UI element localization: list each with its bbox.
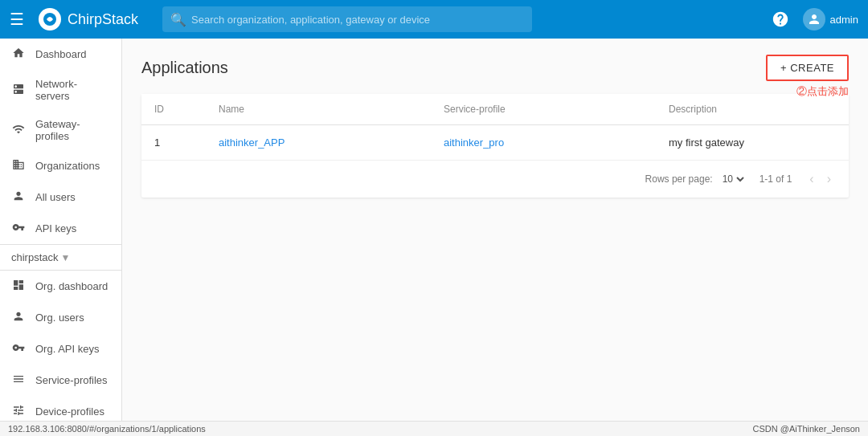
list-icon xyxy=(11,373,26,388)
rows-per-page-label: Rows per page: xyxy=(645,173,713,185)
org-user-icon xyxy=(11,310,26,325)
cell-id: 1 xyxy=(141,125,206,161)
sidebar-item-organizations[interactable]: Organizations xyxy=(0,150,121,181)
sidebar-label-api-keys: API keys xyxy=(35,222,76,234)
sidebar-item-service-profiles[interactable]: Service-profiles xyxy=(0,365,121,396)
cell-name: aithinker_APP xyxy=(206,125,431,161)
rows-per-page: Rows per page: 10 25 50 xyxy=(645,173,747,185)
sidebar-label-device-profiles: Device-profiles xyxy=(35,405,104,418)
org-key-icon xyxy=(11,341,26,357)
chevron-down-icon: ▼ xyxy=(61,252,111,263)
status-bar: 192.168.3.106:8080/#/organizations/1/app… xyxy=(0,421,868,436)
logo: ChirpStack xyxy=(39,8,138,31)
sidebar-label-org-api-keys: Org. API keys xyxy=(35,343,99,355)
sidebar-label-gateway-profiles: Gateway-profiles xyxy=(35,118,110,142)
person-icon xyxy=(11,189,26,205)
sidebar-label-org-users: Org. users xyxy=(35,312,84,324)
page-nav: ‹ › xyxy=(805,169,836,189)
col-header-id: ID xyxy=(141,94,206,125)
prev-page-button[interactable]: ‹ xyxy=(805,169,818,189)
tune-icon xyxy=(11,404,26,419)
sidebar-item-device-profiles[interactable]: Device-profiles xyxy=(0,396,121,421)
org-selector[interactable]: chirpstack ▼ xyxy=(0,244,121,271)
annotation-create: ②点击添加 xyxy=(796,84,849,99)
search-box[interactable]: 🔍 xyxy=(162,6,532,32)
menu-icon[interactable]: ☰ xyxy=(10,10,24,29)
sidebar: Dashboard Network-servers Gateway-profil… xyxy=(0,39,122,421)
sidebar-item-org-users[interactable]: Org. users xyxy=(0,302,121,333)
user-avatar-icon xyxy=(803,8,825,31)
cell-description: my first gateway xyxy=(656,125,849,161)
sidebar-label-network-servers: Network-servers xyxy=(35,78,110,102)
logo-icon xyxy=(39,8,61,31)
org-selector-label: chirpstack xyxy=(11,251,61,263)
sidebar-label-org-dashboard: Org. dashboard xyxy=(35,280,108,292)
user-label: admin xyxy=(830,14,858,26)
table-row: 1 aithinker_APP aithinker_pro my first g… xyxy=(141,125,849,161)
main-layout: Dashboard Network-servers Gateway-profil… xyxy=(0,39,868,421)
page-title: Applications xyxy=(141,59,228,77)
business-icon xyxy=(11,158,26,173)
sidebar-item-network-servers[interactable]: Network-servers xyxy=(0,70,121,110)
applications-table: ID Name Service-profile Description 1 ai… xyxy=(141,94,849,160)
user-menu[interactable]: admin xyxy=(803,8,858,31)
sidebar-label-organizations: Organizations xyxy=(35,160,100,172)
search-input[interactable] xyxy=(162,6,532,32)
sidebar-item-dashboard[interactable]: Dashboard xyxy=(0,39,121,70)
sidebar-label-dashboard: Dashboard xyxy=(35,48,87,60)
top-navigation: ☰ ChirpStack 🔍 admin xyxy=(0,0,868,39)
sidebar-item-all-users[interactable]: All users xyxy=(0,181,121,213)
search-icon: 🔍 xyxy=(170,12,186,27)
nav-right: admin xyxy=(768,6,858,32)
logo-text: ChirpStack xyxy=(68,11,138,28)
content-header: Applications + CREATE ②点击添加 xyxy=(141,55,849,81)
status-attribution: CSDN @AiThinker_Jenson xyxy=(753,424,860,434)
status-url: 192.168.3.106:8080/#/organizations/1/app… xyxy=(8,424,206,434)
main-content: Applications + CREATE ②点击添加 ID Name Serv… xyxy=(122,39,868,421)
sidebar-label-service-profiles: Service-profiles xyxy=(35,374,108,386)
table-header-row: ID Name Service-profile Description xyxy=(141,94,849,125)
cell-service-profile: aithinker_pro xyxy=(431,125,656,161)
page-info: 1-1 of 1 xyxy=(760,173,792,185)
sidebar-label-all-users: All users xyxy=(35,191,76,203)
rows-per-page-select[interactable]: 10 25 50 xyxy=(719,173,747,185)
create-button-wrapper: + CREATE ②点击添加 xyxy=(766,55,849,81)
help-button[interactable] xyxy=(768,6,793,32)
col-header-name: Name xyxy=(206,94,431,125)
sidebar-item-gateway-profiles[interactable]: Gateway-profiles xyxy=(0,110,121,150)
pagination: Rows per page: 10 25 50 1-1 of 1 ‹ › xyxy=(141,160,849,198)
sidebar-item-org-api-keys[interactable]: Org. API keys xyxy=(0,333,121,365)
service-profile-link[interactable]: aithinker_pro xyxy=(444,137,504,149)
applications-table-container: ID Name Service-profile Description 1 ai… xyxy=(141,94,849,198)
create-button[interactable]: + CREATE xyxy=(766,55,849,81)
key-icon xyxy=(11,221,26,236)
sidebar-item-org-dashboard[interactable]: Org. dashboard xyxy=(0,271,121,302)
dashboard-icon xyxy=(11,279,26,294)
sidebar-item-api-keys[interactable]: API keys xyxy=(0,213,121,244)
home-icon xyxy=(11,47,26,62)
app-name-link[interactable]: aithinker_APP xyxy=(219,137,285,149)
col-header-service-profile: Service-profile xyxy=(431,94,656,125)
dns-icon xyxy=(11,83,26,98)
signal-icon xyxy=(11,123,26,138)
next-page-button[interactable]: › xyxy=(822,169,836,189)
